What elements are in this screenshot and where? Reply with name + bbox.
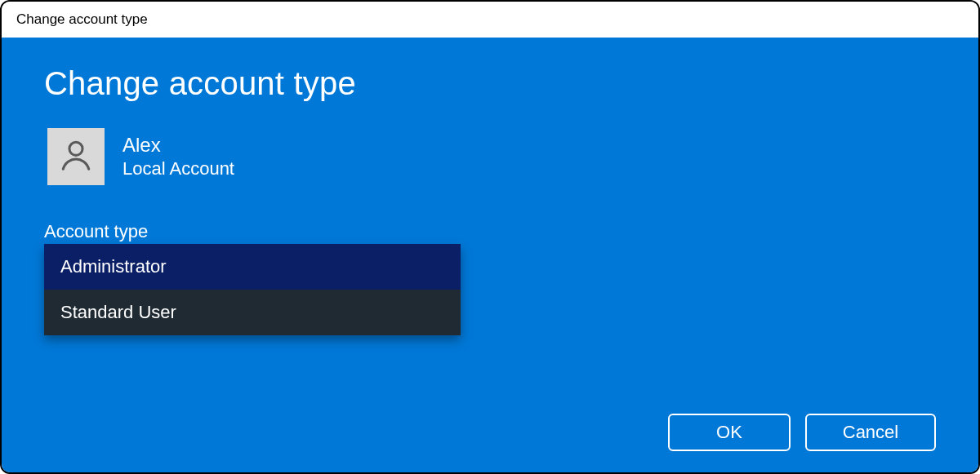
dropdown-option-standard-user[interactable]: Standard User bbox=[44, 290, 461, 335]
person-icon bbox=[57, 136, 95, 177]
window-title: Change account type bbox=[16, 11, 148, 28]
cancel-button[interactable]: Cancel bbox=[805, 414, 936, 451]
account-type-label: Account type bbox=[44, 221, 936, 242]
titlebar: Change account type bbox=[2, 2, 978, 38]
content-area: Change account type Alex Local Account A… bbox=[2, 38, 978, 472]
dropdown-option-administrator[interactable]: Administrator bbox=[44, 244, 461, 290]
dialog-window: Change account type Change account type … bbox=[0, 0, 980, 474]
ok-button[interactable]: OK bbox=[668, 414, 791, 451]
account-subtitle: Local Account bbox=[122, 158, 234, 179]
avatar bbox=[47, 128, 105, 185]
account-summary: Alex Local Account bbox=[47, 128, 936, 185]
button-bar: OK Cancel bbox=[44, 397, 936, 453]
svg-point-0 bbox=[69, 142, 82, 155]
account-info: Alex Local Account bbox=[122, 134, 234, 179]
account-name: Alex bbox=[122, 134, 234, 157]
page-heading: Change account type bbox=[44, 65, 936, 102]
account-type-dropdown[interactable]: Administrator Standard User bbox=[44, 244, 461, 335]
